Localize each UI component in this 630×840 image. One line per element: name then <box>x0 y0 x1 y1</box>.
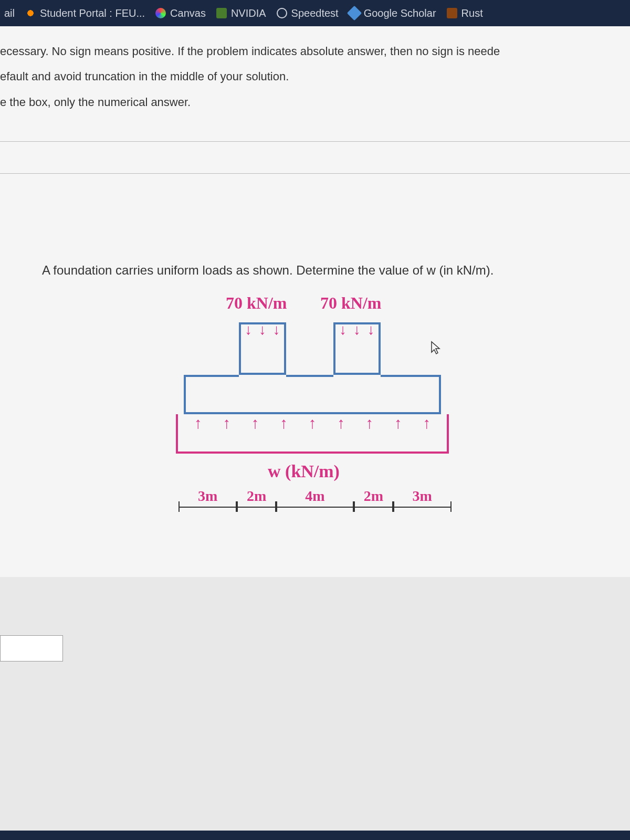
instruction-line-1: ecessary. No sign means positive. If the… <box>0 39 630 64</box>
column-2 <box>333 322 381 375</box>
dimension-3: 4m <box>276 488 354 508</box>
canvas-icon <box>155 8 166 18</box>
scholar-icon <box>347 6 362 20</box>
bookmark-label: Student Portal : FEU... <box>40 7 145 19</box>
instructions-block: ecessary. No sign means positive. If the… <box>0 37 630 125</box>
instruction-line-2: efault and avoid truncation in the middl… <box>0 64 630 89</box>
bookmark-rust[interactable]: Rust <box>447 7 483 19</box>
dimension-5: 3m <box>393 488 452 508</box>
content-area: ecessary. No sign means positive. If the… <box>0 26 630 577</box>
speedtest-icon <box>277 8 287 18</box>
load-label-2: 70 kN/m <box>320 293 381 313</box>
bookmark-speedtest[interactable]: Speedtest <box>277 7 339 19</box>
diagram-container: 70 kN/m 70 kN/m ↓ ↓ ↓ ↓ ↓ ↓ <box>42 293 588 556</box>
bookmark-student-portal[interactable]: Student Portal : FEU... <box>25 7 145 19</box>
dimension-1: 3m <box>178 488 237 508</box>
divider-2 <box>0 173 630 174</box>
bookmark-label: Speedtest <box>291 7 339 19</box>
load-label-1: 70 kN/m <box>226 293 287 313</box>
instruction-line-3: e the box, only the numerical answer. <box>0 90 630 115</box>
bookmark-label: Google Scholar <box>364 7 436 19</box>
student-portal-icon <box>25 8 36 18</box>
dimension-4: 2m <box>354 488 393 508</box>
foundation-diagram: 70 kN/m 70 kN/m ↓ ↓ ↓ ↓ ↓ ↓ <box>158 293 472 556</box>
bookmark-nvidia[interactable]: NVIDIA <box>216 7 266 19</box>
rust-icon <box>447 8 457 18</box>
taskbar <box>0 831 630 840</box>
nvidia-icon <box>216 8 227 18</box>
dimension-2: 2m <box>237 488 276 508</box>
question-text: A foundation carries uniform loads as sh… <box>42 263 588 278</box>
foundation-slab <box>184 375 441 414</box>
soil-reaction-block <box>176 414 449 454</box>
reaction-label: w (kN/m) <box>268 461 340 481</box>
bookmark-label: ail <box>4 7 15 19</box>
bookmarks-bar: ail Student Portal : FEU... Canvas NVIDI… <box>0 0 630 26</box>
bookmark-ail[interactable]: ail <box>4 7 15 19</box>
divider <box>0 141 630 142</box>
cursor-icon <box>430 341 442 359</box>
bookmark-canvas[interactable]: Canvas <box>155 7 206 19</box>
bookmark-label: NVIDIA <box>231 7 266 19</box>
question-section: A foundation carries uniform loads as sh… <box>0 190 630 577</box>
dimension-line: 3m 2m 4m 2m 3m <box>178 488 452 508</box>
column-1 <box>239 322 286 375</box>
bookmark-label: Canvas <box>170 7 206 19</box>
bookmark-label: Rust <box>461 7 483 19</box>
bookmark-google-scholar[interactable]: Google Scholar <box>349 7 436 19</box>
answer-input[interactable] <box>0 635 63 662</box>
